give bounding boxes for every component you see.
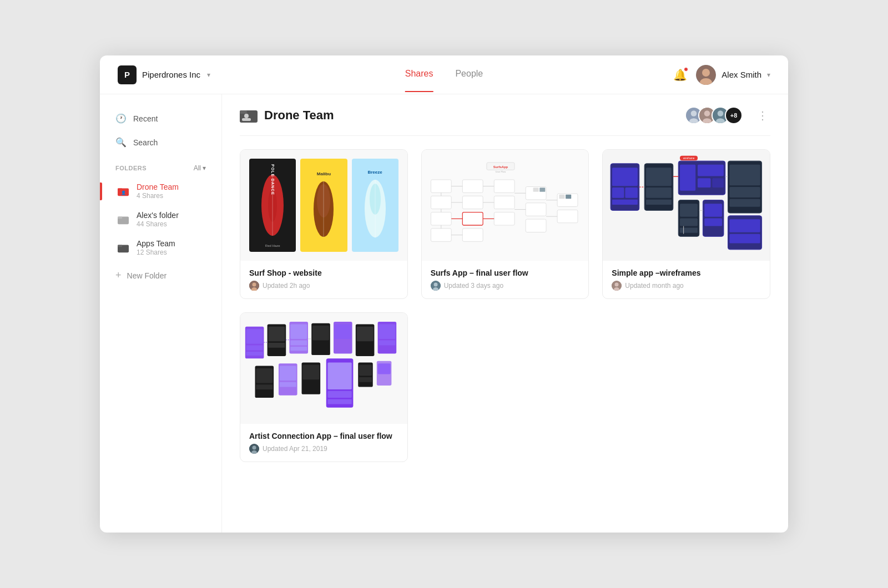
card-surfs-app[interactable]: SurfsApp User Flow [421,149,589,299]
folders-filter[interactable]: All ▾ [194,164,206,172]
svg-rect-60 [526,203,546,216]
nav-tabs: Shares People [405,69,483,81]
sidebar-item-search[interactable]: 🔍 Search [109,131,213,153]
svg-rect-101 [730,219,760,232]
svg-rect-124 [290,347,307,351]
svg-point-21 [718,110,724,116]
svg-rect-126 [312,326,329,341]
notification-bell[interactable]: 🔔 [673,68,687,82]
card-meta-artist-app: Updated Apr 21, 2019 [249,444,398,454]
svg-rect-90 [680,204,698,216]
svg-rect-88 [713,178,724,187]
svg-rect-79 [612,200,638,205]
card-avatar-4 [249,444,259,454]
drone-team-shares-count: 4 Shares [137,192,206,200]
svg-rect-61 [526,219,546,232]
svg-rect-41 [431,229,451,241]
brand[interactable]: P Piperdrones Inc ▾ [118,65,210,84]
svg-text:SurfsApp: SurfsApp [493,165,508,169]
notification-dot [684,67,688,72]
card-title-simple-app: Simple app –wireframes [612,268,761,277]
card-avatar-2 [431,281,441,291]
drone-team-folder-text: Drone Team 4 Shares [137,183,206,200]
main-header-right: +8 ⋮ [685,107,770,124]
card-simple-app[interactable]: wireframe Simple app –wireframes U [602,149,770,299]
svg-rect-99 [730,199,760,207]
body: 🕐 Recent 🔍 Search FOLDERS All ▾ [100,94,788,533]
svg-point-15 [691,110,697,116]
svg-rect-40 [431,212,451,225]
avatar [696,65,716,85]
more-options-button[interactable]: ⋮ [755,108,770,123]
header-right: 🔔 Alex Smith ▾ [673,65,770,85]
svg-rect-65 [557,210,578,222]
svg-rect-123 [290,341,307,346]
apps-team-folder-text: Apps Team 12 Shares [137,239,206,256]
user-info[interactable]: Alex Smith ▾ [696,65,770,85]
recent-label: Recent [133,114,158,123]
svg-rect-86 [698,165,724,176]
svg-rect-147 [359,365,372,376]
app-window: P Piperdrones Inc ▾ Shares People 🔔 [100,55,788,533]
svg-rect-71 [566,195,571,199]
card-updated-artist-app: Updated Apr 21, 2019 [263,445,327,453]
svg-rect-83 [646,200,672,205]
user-name: Alex Smith [722,70,761,79]
svg-rect-128 [335,324,351,339]
svg-rect-98 [730,187,760,197]
tab-people[interactable]: People [455,69,483,81]
svg-rect-139 [280,382,296,387]
svg-rect-82 [646,187,672,198]
search-label: Search [133,138,158,147]
apps-team-folder-name: Apps Team [137,239,206,248]
new-folder-button[interactable]: + New Folder [109,265,213,286]
card-updated-surfs-app: Updated 3 days ago [444,282,503,290]
sidebar-item-drone-team[interactable]: 👤 Drone Team 4 Shares [109,178,213,205]
card-info-surf-shop: Surf Shop - website Updated 2h ago [240,261,407,298]
sidebar: 🕐 Recent 🔍 Search FOLDERS All ▾ [100,94,222,533]
plus-icon: + [115,270,122,281]
svg-rect-136 [256,384,273,389]
svg-rect-148 [359,377,372,382]
svg-rect-138 [280,366,296,381]
card-artist-app[interactable]: Artist Connection App – final user flow … [240,312,408,462]
header: P Piperdrones Inc ▾ Shares People 🔔 [100,55,788,94]
tab-shares[interactable]: Shares [405,69,433,92]
folder-team-icon: 👤 [115,185,131,197]
alexs-folder-shares-count: 44 Shares [137,220,206,228]
svg-rect-38 [431,180,451,192]
svg-rect-132 [379,324,395,339]
svg-rect-115 [246,329,263,344]
brand-name: Piperdrones Inc [142,70,200,79]
alexs-folder-text: Alex's folder 44 Shares [137,211,206,228]
svg-rect-53 [494,180,514,192]
svg-rect-145 [327,399,351,404]
card-thumbnail-simple-app: wireframe [603,150,770,261]
avatar-count: +8 [725,107,743,124]
new-folder-label: New Folder [127,271,167,280]
svg-rect-68 [533,187,538,192]
sidebar-item-recent[interactable]: 🕐 Recent [109,108,213,129]
team-avatars: +8 [685,107,743,124]
card-surf-shop[interactable]: POLE DANCE Red Haze Malibu [240,149,408,299]
svg-point-112 [615,283,619,287]
svg-rect-85 [680,165,695,191]
svg-rect-117 [246,352,263,356]
cards-grid: POLE DANCE Red Haze Malibu [240,149,770,462]
svg-rect-119 [268,327,285,342]
svg-rect-76 [612,168,638,186]
card-title-surf-shop: Surf Shop - website [249,268,398,277]
svg-text:wireframe: wireframe [683,157,695,160]
drone-team-folder-name: Drone Team [137,183,206,191]
card-meta-surfs-app: Updated 3 days ago [431,281,580,291]
svg-rect-13 [242,118,251,121]
card-thumbnail-artist-app [240,313,407,424]
main-header: Drone Team [240,94,770,136]
sidebar-item-apps-team[interactable]: Apps Team 12 Shares [109,234,213,261]
sidebar-item-alexs-folder[interactable]: Alex's folder 44 Shares [109,206,213,233]
svg-rect-102 [730,234,760,244]
card-meta-surf-shop: Updated 2h ago [249,281,398,291]
folders-label: FOLDERS [115,165,147,171]
user-chevron-icon: ▾ [767,71,770,79]
svg-rect-144 [327,391,351,398]
